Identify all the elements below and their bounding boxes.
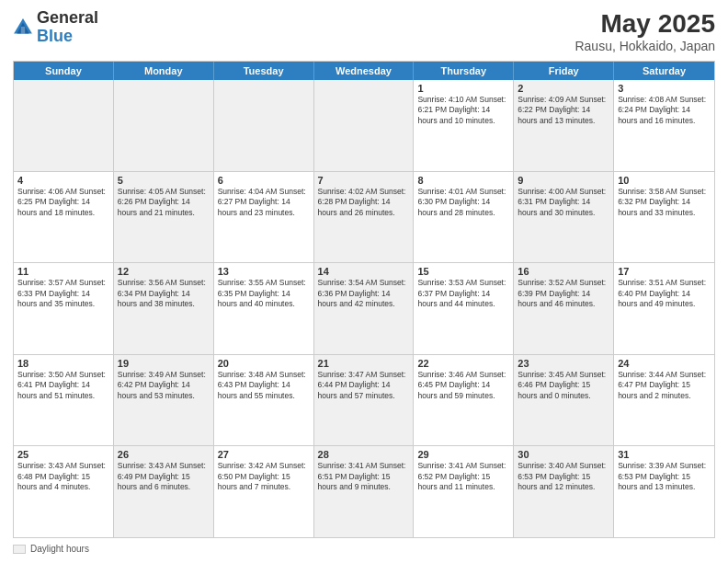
cal-header-saturday: Saturday xyxy=(614,62,714,80)
cal-cell-w5-d0: 25Sunrise: 3:43 AM Sunset: 6:48 PM Dayli… xyxy=(14,446,114,537)
cal-cell-w1-d0 xyxy=(14,80,114,171)
cal-cell-w2-d1: 5Sunrise: 4:05 AM Sunset: 6:26 PM Daylig… xyxy=(114,172,214,263)
cal-cell-w2-d0: 4Sunrise: 4:06 AM Sunset: 6:25 PM Daylig… xyxy=(14,172,114,263)
day-number: 29 xyxy=(417,449,509,460)
cell-info: Sunrise: 3:58 AM Sunset: 6:32 PM Dayligh… xyxy=(618,187,711,218)
cell-info: Sunrise: 3:44 AM Sunset: 6:47 PM Dayligh… xyxy=(618,370,711,401)
day-number: 16 xyxy=(518,266,609,277)
cal-header-monday: Monday xyxy=(114,62,214,80)
cal-header-thursday: Thursday xyxy=(414,62,514,80)
calendar-body: 1Sunrise: 4:10 AM Sunset: 6:21 PM Daylig… xyxy=(14,80,714,537)
cell-info: Sunrise: 4:10 AM Sunset: 6:21 PM Dayligh… xyxy=(417,95,509,126)
cell-info: Sunrise: 3:49 AM Sunset: 6:42 PM Dayligh… xyxy=(118,370,210,401)
month-title: May 2025 xyxy=(574,9,715,39)
location-title: Rausu, Hokkaido, Japan xyxy=(574,39,715,53)
cal-cell-w5-d1: 26Sunrise: 3:43 AM Sunset: 6:49 PM Dayli… xyxy=(114,446,214,537)
day-number: 13 xyxy=(218,266,310,277)
cal-cell-w2-d4: 8Sunrise: 4:01 AM Sunset: 6:30 PM Daylig… xyxy=(414,172,514,263)
day-number: 14 xyxy=(318,266,410,277)
legend-box-shaded xyxy=(13,545,26,554)
cell-info: Sunrise: 3:41 AM Sunset: 6:51 PM Dayligh… xyxy=(318,461,410,492)
cal-cell-w4-d4: 22Sunrise: 3:46 AM Sunset: 6:45 PM Dayli… xyxy=(414,355,514,446)
day-number: 24 xyxy=(618,358,711,369)
day-number: 27 xyxy=(218,449,310,460)
cal-cell-w2-d5: 9Sunrise: 4:00 AM Sunset: 6:31 PM Daylig… xyxy=(514,172,614,263)
day-number: 31 xyxy=(618,449,711,460)
cell-info: Sunrise: 3:43 AM Sunset: 6:49 PM Dayligh… xyxy=(118,461,210,492)
svg-rect-2 xyxy=(21,27,25,34)
cal-cell-w2-d3: 7Sunrise: 4:02 AM Sunset: 6:28 PM Daylig… xyxy=(314,172,415,263)
cell-info: Sunrise: 3:56 AM Sunset: 6:34 PM Dayligh… xyxy=(118,278,210,309)
calendar: SundayMondayTuesdayWednesdayThursdayFrid… xyxy=(13,61,715,538)
cell-info: Sunrise: 3:43 AM Sunset: 6:48 PM Dayligh… xyxy=(17,461,109,492)
cal-cell-w5-d3: 28Sunrise: 3:41 AM Sunset: 6:51 PM Dayli… xyxy=(314,446,415,537)
cal-cell-w1-d4: 1Sunrise: 4:10 AM Sunset: 6:21 PM Daylig… xyxy=(414,80,514,171)
day-number: 4 xyxy=(17,175,109,186)
cal-cell-w5-d5: 30Sunrise: 3:40 AM Sunset: 6:53 PM Dayli… xyxy=(514,446,614,537)
cal-header-friday: Friday xyxy=(514,62,614,80)
cal-cell-w4-d3: 21Sunrise: 3:47 AM Sunset: 6:44 PM Dayli… xyxy=(314,355,415,446)
cell-info: Sunrise: 3:55 AM Sunset: 6:35 PM Dayligh… xyxy=(218,278,310,309)
day-number: 7 xyxy=(318,175,410,186)
cell-info: Sunrise: 3:50 AM Sunset: 6:41 PM Dayligh… xyxy=(17,370,109,401)
day-number: 26 xyxy=(118,449,210,460)
day-number: 9 xyxy=(518,175,609,186)
day-number: 11 xyxy=(17,266,109,277)
day-number: 10 xyxy=(618,175,711,186)
cal-week-1: 1Sunrise: 4:10 AM Sunset: 6:21 PM Daylig… xyxy=(14,80,714,172)
day-number: 8 xyxy=(417,175,509,186)
cell-info: Sunrise: 3:52 AM Sunset: 6:39 PM Dayligh… xyxy=(518,278,609,309)
day-number: 28 xyxy=(318,449,410,460)
cal-cell-w3-d3: 14Sunrise: 3:54 AM Sunset: 6:36 PM Dayli… xyxy=(314,263,415,354)
cal-header-tuesday: Tuesday xyxy=(214,62,314,80)
cell-info: Sunrise: 3:41 AM Sunset: 6:52 PM Dayligh… xyxy=(417,461,509,492)
cell-info: Sunrise: 3:39 AM Sunset: 6:53 PM Dayligh… xyxy=(618,461,711,492)
cal-cell-w5-d6: 31Sunrise: 3:39 AM Sunset: 6:53 PM Dayli… xyxy=(614,446,714,537)
cal-header-wednesday: Wednesday xyxy=(314,62,415,80)
cal-cell-w3-d0: 11Sunrise: 3:57 AM Sunset: 6:33 PM Dayli… xyxy=(14,263,114,354)
day-number: 20 xyxy=(218,358,310,369)
cal-week-2: 4Sunrise: 4:06 AM Sunset: 6:25 PM Daylig… xyxy=(14,172,714,264)
header: General Blue May 2025 Rausu, Hokkaido, J… xyxy=(13,9,715,53)
cell-info: Sunrise: 3:51 AM Sunset: 6:40 PM Dayligh… xyxy=(618,278,711,309)
calendar-header-row: SundayMondayTuesdayWednesdayThursdayFrid… xyxy=(14,62,714,80)
cell-info: Sunrise: 4:09 AM Sunset: 6:22 PM Dayligh… xyxy=(518,95,609,126)
cell-info: Sunrise: 3:40 AM Sunset: 6:53 PM Dayligh… xyxy=(518,461,609,492)
cal-cell-w4-d2: 20Sunrise: 3:48 AM Sunset: 6:43 PM Dayli… xyxy=(214,355,314,446)
cell-info: Sunrise: 3:54 AM Sunset: 6:36 PM Dayligh… xyxy=(318,278,410,309)
day-number: 6 xyxy=(218,175,310,186)
cal-week-4: 18Sunrise: 3:50 AM Sunset: 6:41 PM Dayli… xyxy=(14,355,714,447)
cal-cell-w1-d6: 3Sunrise: 4:08 AM Sunset: 6:24 PM Daylig… xyxy=(614,80,714,171)
day-number: 19 xyxy=(118,358,210,369)
cal-cell-w1-d1 xyxy=(114,80,214,171)
page: General Blue May 2025 Rausu, Hokkaido, J… xyxy=(0,0,728,563)
cal-header-sunday: Sunday xyxy=(14,62,114,80)
logo-text: General Blue xyxy=(37,9,98,46)
logo-icon xyxy=(13,17,33,38)
cal-cell-w3-d1: 12Sunrise: 3:56 AM Sunset: 6:34 PM Dayli… xyxy=(114,263,214,354)
cell-info: Sunrise: 4:01 AM Sunset: 6:30 PM Dayligh… xyxy=(417,187,509,218)
cal-week-3: 11Sunrise: 3:57 AM Sunset: 6:33 PM Dayli… xyxy=(14,263,714,355)
cell-info: Sunrise: 3:53 AM Sunset: 6:37 PM Dayligh… xyxy=(417,278,509,309)
day-number: 1 xyxy=(417,83,509,94)
cell-info: Sunrise: 4:04 AM Sunset: 6:27 PM Dayligh… xyxy=(218,187,310,218)
day-number: 18 xyxy=(17,358,109,369)
day-number: 25 xyxy=(17,449,109,460)
day-number: 5 xyxy=(118,175,210,186)
cell-info: Sunrise: 4:05 AM Sunset: 6:26 PM Dayligh… xyxy=(118,187,210,218)
cell-info: Sunrise: 3:46 AM Sunset: 6:45 PM Dayligh… xyxy=(417,370,509,401)
cell-info: Sunrise: 3:48 AM Sunset: 6:43 PM Dayligh… xyxy=(218,370,310,401)
cal-cell-w5-d2: 27Sunrise: 3:42 AM Sunset: 6:50 PM Dayli… xyxy=(214,446,314,537)
cal-cell-w4-d1: 19Sunrise: 3:49 AM Sunset: 6:42 PM Dayli… xyxy=(114,355,214,446)
cal-week-5: 25Sunrise: 3:43 AM Sunset: 6:48 PM Dayli… xyxy=(14,446,714,537)
cell-info: Sunrise: 3:45 AM Sunset: 6:46 PM Dayligh… xyxy=(518,370,609,401)
day-number: 15 xyxy=(417,266,509,277)
day-number: 17 xyxy=(618,266,711,277)
cal-cell-w4-d5: 23Sunrise: 3:45 AM Sunset: 6:46 PM Dayli… xyxy=(514,355,614,446)
cell-info: Sunrise: 4:06 AM Sunset: 6:25 PM Dayligh… xyxy=(17,187,109,218)
logo-blue: Blue xyxy=(37,28,98,46)
cal-cell-w3-d5: 16Sunrise: 3:52 AM Sunset: 6:39 PM Dayli… xyxy=(514,263,614,354)
cal-cell-w2-d2: 6Sunrise: 4:04 AM Sunset: 6:27 PM Daylig… xyxy=(214,172,314,263)
cal-cell-w3-d6: 17Sunrise: 3:51 AM Sunset: 6:40 PM Dayli… xyxy=(614,263,714,354)
legend-label: Daylight hours xyxy=(30,544,89,554)
